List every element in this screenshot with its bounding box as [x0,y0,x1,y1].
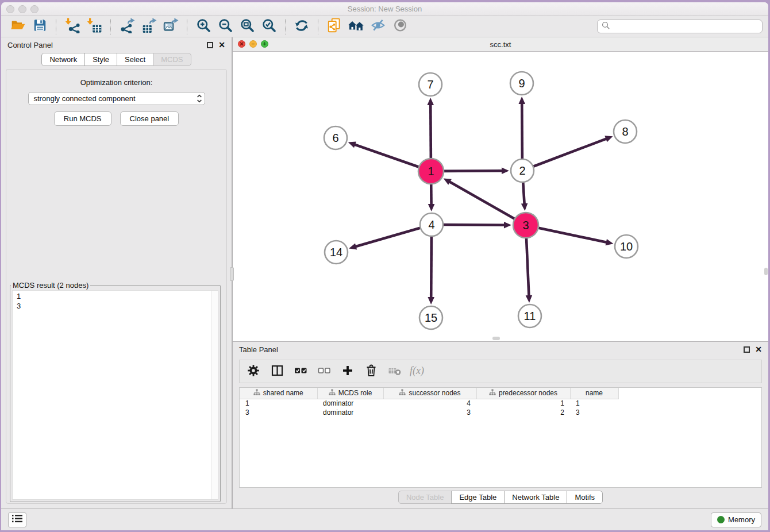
vertical-scroll-thumb[interactable] [764,268,768,275]
toolbar-separator [110,19,111,34]
main-area: Control Panel ✕ NetworkStyleSelectMCDS O… [1,37,768,508]
open-session-button[interactable] [7,18,29,36]
network-minimize-icon[interactable]: − [249,40,257,48]
result-scrollbar[interactable] [211,291,218,499]
table-cell[interactable]: 3 [240,408,317,417]
search-input[interactable] [613,22,758,31]
import-network-icon [64,17,81,36]
select-all-columns-button[interactable] [293,364,308,379]
zoom-in-button[interactable] [192,18,214,36]
fx-icon: f(x) [409,364,428,380]
table-tab-node-table[interactable]: Node Table [398,491,452,504]
export-table-button[interactable] [138,18,160,36]
close-table-panel-icon[interactable]: ✕ [755,346,762,353]
tree-icon [253,389,260,398]
function-builder-button: f(x) [411,364,426,379]
graph-node-label-2: 2 [519,164,525,177]
edge-arrowhead-2-3 [521,203,528,211]
hide-selected-button[interactable] [367,18,389,36]
run-mcds-button[interactable]: Run MCDS [54,111,111,126]
mcds-result-textarea[interactable]: 1 3 [12,290,218,500]
task-history-button[interactable] [8,512,26,527]
window-title: Session: New Session [1,2,768,16]
control-panel-title: Control Panel [7,41,53,49]
column-header-predecessor-nodes[interactable]: predecessor nodes [476,388,570,399]
titlebar: Session: New Session [1,2,768,16]
first-neighbors-button[interactable] [345,18,367,36]
zoom-fit-button[interactable] [236,18,258,36]
column-header-successor-nodes[interactable]: successor nodes [383,388,476,399]
edge-arrowhead-4-15 [428,297,434,304]
minimize-window-icon[interactable] [18,5,26,13]
import-table-button[interactable] [83,18,105,36]
float-table-panel-icon[interactable] [744,346,750,353]
network-canvas[interactable]: 7968124314101511 [233,52,768,341]
float-panel-icon[interactable] [207,42,213,48]
table-tab-network-table[interactable]: Network Table [504,491,567,504]
zoom-in-icon [196,18,211,36]
search-box[interactable] [597,20,763,33]
show-all-button[interactable] [389,18,411,36]
table-tab-motifs[interactable]: Motifs [567,491,603,504]
table-panel-title: Table Panel [239,345,278,354]
show-columns-button[interactable] [270,364,284,379]
table-cell[interactable]: 4 [383,399,476,408]
tab-select[interactable]: Select [117,53,153,66]
table-cell[interactable]: 2 [476,408,570,417]
table-cell[interactable]: 1 [240,399,317,408]
panel-divider-handle[interactable] [230,267,234,281]
network-window-titlebar: ✕ − + scc.txt [233,37,768,52]
tab-network[interactable]: Network [41,53,85,66]
node-table: shared nameMCDS rolesuccessor nodesprede… [240,388,619,417]
search-icon [602,21,610,32]
close-panel-icon[interactable]: ✕ [218,42,225,48]
table-mode-button[interactable] [246,364,261,379]
table-row[interactable]: 3dominator323 [240,408,618,417]
horizontal-scroll-thumb[interactable] [492,337,500,340]
save-session-button[interactable] [29,18,51,36]
refresh-icon [294,18,310,36]
table-cell[interactable]: 3 [383,408,476,417]
table-row[interactable]: 1dominator411 [240,399,618,408]
edge-arrowhead-2-8 [605,136,613,142]
column-header-MCDS-role[interactable]: MCDS role [317,388,383,399]
plus-icon [341,364,355,380]
list-icon [11,514,23,526]
criterion-select[interactable]: strongly connected component [28,92,205,105]
table-tab-edge-table[interactable]: Edge Table [451,491,505,504]
import-network-button[interactable] [61,18,83,36]
table-cell[interactable]: 1 [476,399,570,408]
zoom-out-button[interactable] [214,18,236,36]
delete-columns-button[interactable] [364,364,379,379]
unselect-all-columns-button[interactable] [317,364,332,379]
network-view-window: ✕ − + scc.txt 7968124314101511 [233,37,768,341]
edge-arrowhead-4-14 [349,243,357,249]
table-cell[interactable]: 1 [570,399,618,408]
tab-style[interactable]: Style [84,53,117,66]
zoom-selected-button[interactable] [258,18,280,36]
export-network-button[interactable] [116,18,138,36]
export-image-button[interactable] [160,18,182,36]
create-column-button[interactable] [340,364,355,379]
import-table-icon [86,17,103,36]
edge-arrowhead-3-10 [606,239,614,245]
maximize-window-icon[interactable] [30,5,38,13]
close-window-icon[interactable] [6,5,14,13]
table-cell[interactable]: 3 [570,408,618,417]
edge-2-8[interactable] [522,138,607,171]
memory-button[interactable]: Memory [711,512,761,527]
node-table-container: shared nameMCDS rolesuccessor nodesprede… [239,387,762,488]
table-cell[interactable]: dominator [317,408,383,417]
duplicate-network-button[interactable] [324,18,345,36]
column-header-shared-name[interactable]: shared name [240,388,317,399]
column-header-name[interactable]: name [570,388,618,399]
network-maximize-icon[interactable]: + [261,40,268,48]
tab-mcds[interactable]: MCDS [153,53,191,66]
main-toolbar [1,16,768,37]
network-close-icon[interactable]: ✕ [238,40,245,48]
table-cell[interactable]: dominator [317,399,383,408]
refresh-button[interactable] [291,18,313,36]
mcds-result-group: MCDS result (2 nodes) 1 3 [10,281,221,502]
columns-icon [270,364,284,380]
close-panel-button[interactable]: Close panel [120,111,179,126]
